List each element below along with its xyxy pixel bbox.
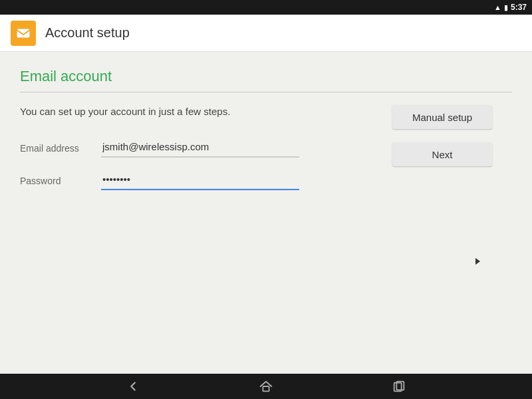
email-row: Email address bbox=[20, 138, 299, 158]
section-divider bbox=[20, 92, 512, 92]
buttons-area: Manual setup Next bbox=[392, 105, 492, 166]
battery-icon: ▮ bbox=[504, 3, 508, 12]
email-label: Email address bbox=[20, 143, 93, 158]
app-title: Account setup bbox=[45, 25, 130, 41]
next-button[interactable]: Next bbox=[392, 142, 492, 166]
back-button[interactable] bbox=[126, 379, 140, 394]
main-content: Email account You can set up your accoun… bbox=[0, 52, 532, 374]
app-bar: Account setup bbox=[0, 15, 532, 52]
app-icon bbox=[11, 21, 36, 46]
password-input[interactable] bbox=[101, 171, 299, 190]
nav-bar bbox=[0, 374, 532, 399]
signal-icon: ▲ bbox=[494, 3, 501, 11]
recents-button[interactable] bbox=[392, 379, 406, 394]
form-area: Email address Password bbox=[20, 138, 299, 190]
password-row: Password bbox=[20, 171, 299, 190]
status-time: 5:37 bbox=[511, 3, 527, 12]
password-label: Password bbox=[20, 176, 93, 190]
home-button[interactable] bbox=[259, 379, 273, 394]
description-text: You can set up your account in just a fe… bbox=[20, 104, 273, 120]
section-title: Email account bbox=[20, 68, 512, 85]
cursor bbox=[475, 258, 480, 265]
manual-setup-button[interactable]: Manual setup bbox=[392, 105, 492, 129]
svg-rect-2 bbox=[263, 386, 269, 391]
svg-rect-0 bbox=[17, 29, 30, 38]
status-bar: ▲ ▮ 5:37 bbox=[0, 0, 532, 15]
email-input[interactable] bbox=[101, 138, 299, 158]
